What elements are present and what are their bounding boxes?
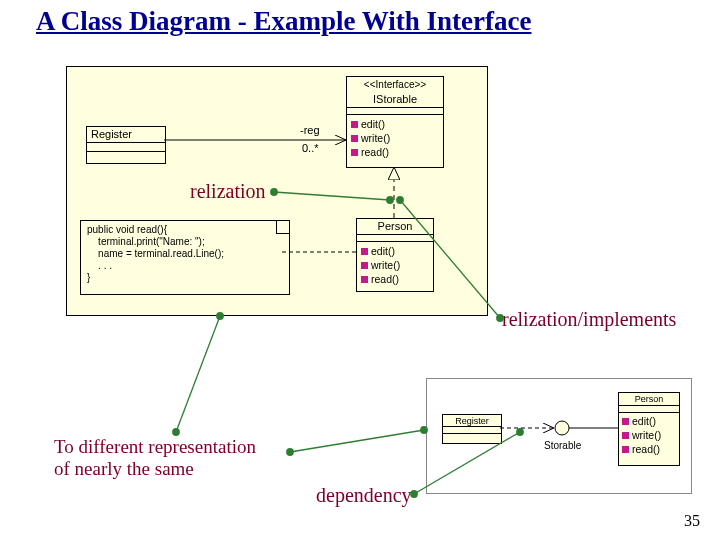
uml-class-person: Person edit() write() read() [356, 218, 434, 292]
mini-person: Person edit() write() read() [618, 392, 680, 466]
bullet-icon [351, 121, 358, 128]
assoc-role: -reg [300, 124, 320, 136]
pointer-diffrepr-main [176, 316, 220, 432]
label-relization-top: relization [190, 180, 266, 203]
bullet-icon [622, 418, 629, 425]
page-title: A Class Diagram - Example With Interface [36, 6, 531, 37]
bullet-icon [361, 276, 368, 283]
label-diff-repr-l2: of nearly the same [54, 458, 194, 479]
mini-register-name: Register [443, 415, 501, 426]
istorable-stereotype: <<Interface>> [347, 77, 443, 92]
istorable-op: read() [361, 146, 389, 158]
label-relization-implements: relization/implements [502, 308, 676, 331]
mini-storable-label: Storable [544, 440, 581, 451]
label-diff-repr-l1: To different representation [54, 436, 256, 457]
bullet-icon [351, 149, 358, 156]
uml-note-code: public void read(){ terminal.print("Name… [80, 220, 290, 295]
uml-interface-istorable: <<Interface>> IStorable edit() write() r… [346, 76, 444, 168]
assoc-multiplicity: 0..* [302, 142, 319, 154]
note-code-text: public void read(){ terminal.print("Name… [87, 224, 224, 283]
person-op: write() [371, 259, 400, 271]
bullet-icon [622, 446, 629, 453]
pointer-diffrepr-mini [290, 430, 424, 452]
mini-register: Register [442, 414, 502, 444]
mini-person-op: write() [632, 429, 661, 441]
label-dependency: dependency [316, 484, 412, 507]
note-dogear-icon [277, 220, 290, 233]
label-diff-repr: To different representation of nearly th… [54, 436, 256, 480]
person-op: edit() [371, 245, 395, 257]
istorable-op: write() [361, 132, 390, 144]
bullet-icon [361, 262, 368, 269]
person-op: read() [371, 273, 399, 285]
mini-person-op: edit() [632, 415, 656, 427]
istorable-op: edit() [361, 118, 385, 130]
bullet-icon [622, 432, 629, 439]
page-number: 35 [684, 512, 700, 530]
bullet-icon [361, 248, 368, 255]
mini-person-op: read() [632, 443, 660, 455]
person-name: Person [357, 219, 433, 234]
register-name: Register [87, 127, 165, 142]
bullet-icon [351, 135, 358, 142]
uml-class-register: Register [86, 126, 166, 164]
mini-person-name: Person [619, 393, 679, 405]
istorable-name: IStorable [347, 92, 443, 107]
